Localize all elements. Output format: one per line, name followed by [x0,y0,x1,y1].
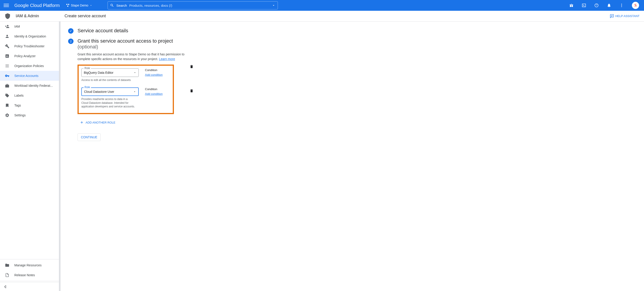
sidebar-item-policy-analyzer[interactable]: Policy Analyzer [0,51,60,61]
condition-column: Condition Add condition [145,68,163,77]
sidebar-item-manage-resources[interactable]: Manage Resources [0,260,60,270]
list-icon [5,64,10,68]
add-condition-link[interactable]: Add condition [145,92,163,96]
search-placeholder: Products, resources, docs (/) [129,4,172,8]
step-2: 2 Grant this service account access to p… [68,38,270,50]
condition-column: Condition Add condition [145,87,163,96]
wrench-icon [5,44,10,49]
analytics-icon [5,54,10,58]
top-header: Google Cloud Platform Stape Demo Search … [0,0,644,11]
role-help-text: Provides read/write access to data in a … [81,97,135,109]
main-content: Service account details 2 Grant this ser… [60,22,644,291]
role-help-text: Access to edit all the contents of datas… [81,78,135,82]
plus-icon [80,120,84,124]
role-row-2: Role Cloud Datastore User Provides read/… [81,87,170,109]
step-2-subtitle: (optional) [78,44,98,50]
step-1-title: Service account details [78,28,128,34]
help-icon[interactable]: ? [594,3,599,8]
sidebar-item-label: Tags [14,104,21,107]
delete-role-button[interactable] [190,65,194,70]
sidebar-item-labels[interactable]: Labels [0,91,60,100]
svg-point-3 [621,5,622,6]
chat-icon [610,14,614,18]
condition-label: Condition [145,87,163,91]
step-badge-complete-icon [68,28,74,34]
add-role-label: ADD ANOTHER ROLE [86,121,116,124]
hamburger-menu-icon[interactable] [4,3,9,8]
collapse-sidebar-button[interactable] [0,282,60,291]
delete-buttons-column [174,62,194,94]
role-field: Role Cloud Datastore User Provides read/… [81,87,139,109]
badge-icon [5,83,10,88]
chevron-left-icon [3,284,7,289]
sidebar-item-policy-troubleshooter[interactable]: Policy Troubleshooter [0,41,60,51]
sidebar-item-label: IAM [14,25,20,28]
folder-icon [5,263,10,267]
search-label: Search [116,4,127,8]
role-value: BigQuery Data Editor [84,71,114,74]
sidebar-item-service-accounts[interactable]: Service Accounts [0,71,60,81]
notes-icon [5,273,10,277]
page-title: Create service account [64,14,106,18]
condition-label: Condition [145,68,163,72]
tag-icon [5,93,10,98]
add-condition-link[interactable]: Add condition [145,73,163,77]
more-icon[interactable] [619,3,624,8]
sidebar-item-label: Organization Policies [14,64,44,68]
chevron-down-icon [133,90,136,93]
sidebar-item-label: Workload Identity Federat... [14,84,53,87]
search-icon [110,3,114,8]
step-2-description: Grant this service account access to Sta… [78,52,194,62]
sidebar-item-label: Policy Troubleshooter [14,44,44,48]
sidebar-item-label: Service Accounts [14,74,38,78]
person-icon [5,34,10,39]
help-assistant-button[interactable]: HELP ASSISTANT [610,14,640,18]
svg-point-4 [621,6,622,7]
notifications-icon[interactable] [607,3,611,8]
sidebar: IAM Identity & Organization Policy Troub… [0,22,60,291]
bookmark-icon [5,103,10,108]
sidebar-item-release-notes[interactable]: Release Notes [0,270,60,280]
add-another-role-button[interactable]: ADD ANOTHER ROLE [80,120,270,124]
section-name: IAM & Admin [16,14,39,18]
gift-icon[interactable] [569,3,574,8]
svg-point-2 [621,4,622,5]
header-actions: ? S [569,2,639,9]
role-field-label: Role [84,67,91,70]
sidebar-item-tags[interactable]: Tags [0,100,60,110]
search-box[interactable]: Search Products, resources, docs (/) [108,1,278,10]
chevron-down-icon[interactable] [272,4,276,7]
subheader: IAM & Admin Create service account HELP … [0,11,644,22]
gear-icon [5,113,10,118]
avatar[interactable]: S [632,2,639,9]
learn-more-link[interactable]: Learn more [159,57,175,61]
sidebar-item-identity[interactable]: Identity & Organization [0,31,60,41]
project-selector[interactable]: Stape Demo [66,4,92,7]
sidebar-item-iam[interactable]: IAM [0,22,60,31]
cloud-shell-icon[interactable] [582,3,586,8]
sidebar-item-org-policies[interactable]: Organization Policies [0,61,60,71]
scrollbar[interactable] [59,22,60,291]
step-2-title: Grant this service account access to pro… [78,38,173,44]
trash-icon [190,65,194,69]
shield-icon [4,13,11,19]
project-icon [66,4,70,7]
chevron-down-icon [134,71,136,74]
product-name: Google Cloud Platform [14,3,60,8]
sidebar-item-label: Manage Resources [14,263,42,267]
sidebar-item-label: Labels [14,94,24,97]
role-value: Cloud Datastore User [84,90,114,94]
person-add-icon [5,24,10,29]
sidebar-item-workload-identity[interactable]: Workload Identity Federat... [0,81,60,91]
sidebar-item-settings[interactable]: Settings [0,110,60,120]
role-field: Role BigQuery Data Editor Access to edit… [81,68,139,82]
roles-highlight-box: Role BigQuery Data Editor Access to edit… [78,65,174,114]
help-assistant-label: HELP ASSISTANT [615,14,640,18]
key-icon [5,74,10,78]
sidebar-item-label: Settings [14,113,26,117]
role-field-label: Role [84,86,91,89]
continue-button[interactable]: CONTINUE [78,133,100,141]
step-1: Service account details [68,28,270,34]
delete-role-button[interactable] [190,89,194,94]
project-name: Stape Demo [71,4,88,7]
